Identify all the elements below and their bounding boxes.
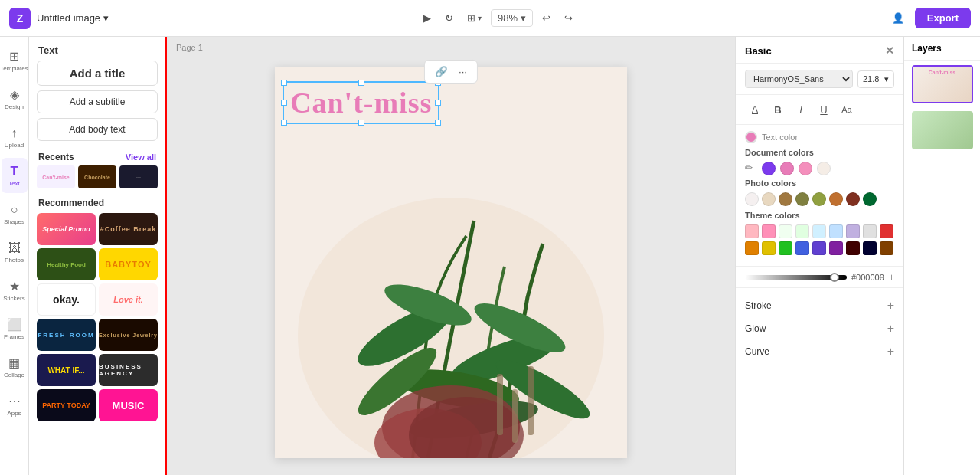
undo-button[interactable]: ↩ — [537, 9, 555, 27]
refresh-button[interactable]: ↻ — [440, 9, 458, 27]
sidebar-item-text[interactable]: T Text — [2, 158, 28, 193]
photo-color-8[interactable] — [863, 192, 877, 206]
export-button[interactable]: Export — [915, 8, 971, 28]
resize-button[interactable]: ⊞ ▾ — [462, 9, 486, 27]
theme-color-14[interactable] — [812, 241, 826, 255]
add-subtitle-button[interactable]: Add a subtitle — [37, 90, 158, 113]
style-item-exclusive[interactable]: Exclusive Jewelry — [99, 319, 158, 351]
canvas-link-button[interactable]: 🔗 — [431, 64, 452, 80]
opacity-expand-button[interactable]: + — [889, 272, 894, 283]
theme-color-13[interactable] — [795, 241, 809, 255]
handle-t[interactable] — [358, 80, 364, 86]
sidebar-item-upload[interactable]: ↑ Upload — [2, 120, 28, 155]
handle-tl[interactable] — [281, 80, 287, 86]
style-item-whatif[interactable]: WHAT IF... — [37, 354, 96, 386]
photo-color-2[interactable] — [762, 192, 776, 206]
doc-color-2[interactable] — [780, 162, 794, 175]
share-button[interactable]: 👤 — [887, 9, 909, 27]
recent-item-3[interactable]: ··· — [119, 165, 158, 188]
handle-r[interactable] — [435, 100, 441, 106]
photo-color-1[interactable] — [745, 192, 759, 206]
canvas-more-button[interactable]: ··· — [455, 64, 471, 80]
theme-color-7[interactable] — [846, 224, 860, 238]
photo-color-5[interactable] — [812, 192, 826, 206]
theme-color-17[interactable] — [863, 241, 877, 255]
handle-b[interactable] — [358, 120, 364, 126]
theme-color-3[interactable] — [779, 224, 792, 238]
zoom-control[interactable]: 98% ▾ — [491, 9, 533, 27]
style-item-coffee[interactable]: #Coffee Break — [99, 213, 158, 245]
font-family-select[interactable]: HarmonyOS_Sans — [745, 70, 853, 88]
panel-close-button[interactable]: ✕ — [885, 44, 894, 57]
canvas-content[interactable]: Can't-miss — [275, 67, 627, 458]
curve-row[interactable]: Curve + — [736, 340, 903, 363]
theme-color-10[interactable] — [745, 241, 759, 255]
redo-button[interactable]: ↪ — [560, 9, 577, 27]
theme-color-11[interactable] — [762, 241, 776, 255]
format-italic-button[interactable]: I — [791, 100, 811, 120]
photo-color-6[interactable] — [829, 192, 843, 206]
theme-color-18[interactable] — [880, 241, 893, 255]
format-bold-button[interactable]: B — [768, 100, 788, 120]
color-edit-icon[interactable]: ✏ — [745, 162, 757, 175]
sidebar-item-design[interactable]: ◈ Design — [2, 81, 28, 116]
format-underline-button[interactable]: U — [814, 100, 834, 120]
style-item-special[interactable]: Special Promo — [37, 213, 96, 245]
doc-color-1[interactable] — [762, 162, 776, 175]
handle-br[interactable] — [435, 120, 441, 126]
sidebar-item-templates[interactable]: ⊞ Templates — [2, 43, 28, 78]
curve-add-icon[interactable]: + — [887, 345, 894, 359]
format-case-button[interactable]: Aa — [837, 100, 857, 120]
theme-color-9[interactable] — [880, 224, 893, 238]
document-title[interactable]: Untitled image ▾ — [37, 12, 109, 24]
photo-color-7[interactable] — [846, 192, 860, 206]
style-item-love[interactable]: Love it. — [99, 283, 158, 316]
opacity-collapse-button[interactable]: − — [879, 272, 884, 283]
photo-color-4[interactable] — [795, 192, 809, 206]
opacity-handle[interactable] — [830, 273, 839, 282]
glow-add-icon[interactable]: + — [887, 322, 894, 336]
theme-color-2[interactable] — [762, 224, 776, 238]
add-title-button[interactable]: Add a title — [37, 61, 158, 86]
stroke-add-icon[interactable]: + — [887, 299, 894, 313]
theme-color-8[interactable] — [863, 224, 877, 238]
sidebar-item-stickers[interactable]: ★ Stickers — [2, 273, 28, 308]
view-all-link[interactable]: View all — [126, 152, 156, 162]
glow-row[interactable]: Glow + — [736, 317, 903, 340]
style-item-fresh[interactable]: FRESH ROOM — [37, 319, 96, 351]
sidebar-item-collage[interactable]: ▦ Collage — [2, 349, 28, 385]
theme-color-5[interactable] — [812, 224, 826, 238]
style-item-business[interactable]: BUSINESS AGENCY — [99, 354, 158, 386]
style-item-party[interactable]: PARTY TODAY — [37, 389, 96, 421]
sidebar-item-photos[interactable]: 🖼 Photos — [2, 234, 28, 270]
theme-color-15[interactable] — [829, 241, 843, 255]
stroke-row[interactable]: Stroke + — [736, 294, 903, 317]
recent-item-2[interactable]: Chocolate — [78, 165, 116, 188]
style-item-okay[interactable]: okay. — [37, 283, 96, 316]
recent-item-1[interactable]: Can't-mise — [37, 165, 75, 188]
layer-thumb-2[interactable] — [912, 111, 973, 149]
opacity-bar[interactable] — [745, 275, 847, 280]
theme-color-12[interactable] — [779, 241, 792, 255]
add-body-button[interactable]: Add body text — [37, 118, 158, 141]
text-element[interactable]: Can't-miss — [283, 81, 439, 124]
photo-color-3[interactable] — [779, 192, 792, 206]
theme-color-1[interactable] — [745, 224, 759, 238]
theme-color-6[interactable] — [829, 224, 843, 238]
style-item-music[interactable]: MUSIC — [99, 389, 158, 421]
play-button[interactable]: ▶ — [419, 9, 436, 27]
text-color-swatch[interactable] — [745, 131, 757, 143]
font-size-control[interactable]: 21.8 ▾ — [858, 70, 894, 88]
style-item-healthy[interactable]: Healthy Food — [37, 248, 96, 280]
sidebar-item-apps[interactable]: ⋯ Apps — [2, 388, 28, 423]
layer-thumb-1[interactable]: Can't-miss — [912, 65, 973, 103]
doc-color-3[interactable] — [799, 162, 812, 175]
format-a-button[interactable]: A — [745, 100, 765, 120]
doc-color-4[interactable] — [817, 162, 831, 175]
handle-bl[interactable] — [281, 120, 287, 126]
sidebar-item-frames[interactable]: ⬜ Frames — [2, 311, 28, 346]
handle-l[interactable] — [281, 100, 287, 106]
theme-color-16[interactable] — [846, 241, 860, 255]
theme-color-4[interactable] — [795, 224, 809, 238]
style-item-babytoy[interactable]: BABYTOY — [99, 248, 158, 280]
